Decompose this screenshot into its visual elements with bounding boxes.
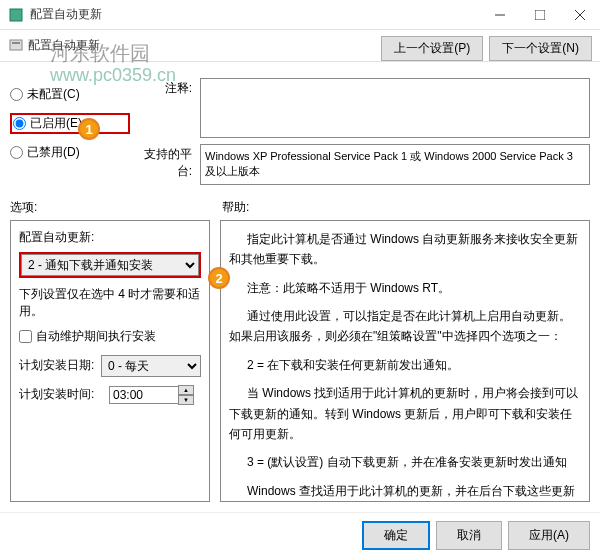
ok-button[interactable]: 确定 xyxy=(362,521,430,550)
app-icon xyxy=(8,7,24,23)
radio-not-configured[interactable] xyxy=(10,88,23,101)
cancel-button[interactable]: 取消 xyxy=(436,521,502,550)
update-config-label: 配置自动更新: xyxy=(19,229,201,246)
time-down-button[interactable]: ▼ xyxy=(178,395,194,405)
close-button[interactable] xyxy=(560,0,600,30)
time-up-button[interactable]: ▲ xyxy=(178,385,194,395)
auto-maint-label[interactable]: 自动维护期间执行安装 xyxy=(36,328,156,345)
policy-icon xyxy=(8,38,24,54)
apply-button[interactable]: 应用(A) xyxy=(508,521,590,550)
label-disabled[interactable]: 已禁用(D) xyxy=(27,144,80,161)
comment-label: 注释: xyxy=(130,78,200,97)
help-label: 帮助: xyxy=(222,199,249,216)
label-enabled[interactable]: 已启用(E) xyxy=(30,115,82,132)
label-not-configured[interactable]: 未配置(C) xyxy=(27,86,80,103)
help-text-area[interactable]: 指定此计算机是否通过 Windows 自动更新服务来接收安全更新和其他重要下载。… xyxy=(220,220,590,502)
install-day-label: 计划安装日期: xyxy=(19,357,101,374)
svg-rect-5 xyxy=(10,40,22,50)
prev-setting-button[interactable]: 上一个设置(P) xyxy=(381,36,483,61)
annotation-badge-1: 1 xyxy=(78,118,100,140)
policy-link[interactable]: 配置自动更新 xyxy=(8,37,100,54)
platform-label: 支持的平台: xyxy=(130,144,200,180)
install-day-select[interactable]: 0 - 每天 xyxy=(101,355,201,377)
auto-maint-checkbox[interactable] xyxy=(19,330,32,343)
platform-text: Windows XP Professional Service Pack 1 或… xyxy=(200,144,590,185)
comment-textarea[interactable] xyxy=(200,78,590,138)
svg-rect-6 xyxy=(12,42,20,44)
radio-disabled[interactable] xyxy=(10,146,23,159)
next-setting-button[interactable]: 下一个设置(N) xyxy=(489,36,592,61)
install-time-label: 计划安装时间: xyxy=(19,386,109,403)
radio-enabled[interactable] xyxy=(13,117,26,130)
svg-rect-2 xyxy=(535,10,545,20)
update-mode-select[interactable]: 2 - 通知下载并通知安装 xyxy=(21,254,199,276)
sub-note: 下列设置仅在选中 4 时才需要和适用。 xyxy=(19,286,201,320)
options-label: 选项: xyxy=(10,199,222,216)
svg-rect-0 xyxy=(10,9,22,21)
annotation-badge-2: 2 xyxy=(208,267,230,289)
install-time-input[interactable] xyxy=(109,386,179,404)
maximize-button[interactable] xyxy=(520,0,560,30)
minimize-button[interactable] xyxy=(480,0,520,30)
